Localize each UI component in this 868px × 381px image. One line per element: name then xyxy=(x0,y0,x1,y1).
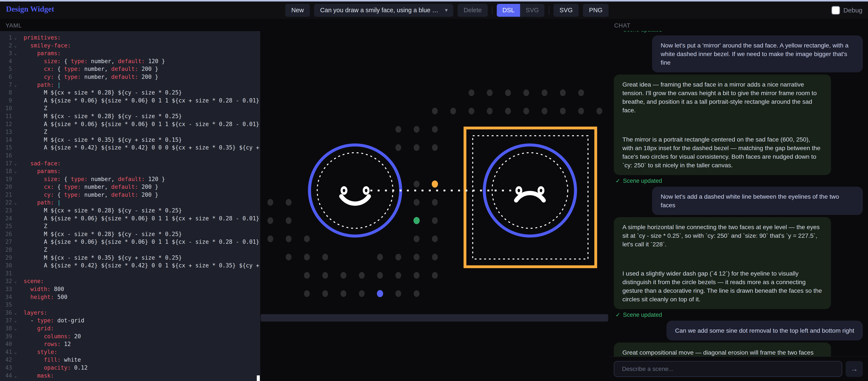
line-number: 3 xyxy=(0,49,12,57)
fold-spacer xyxy=(12,207,24,214)
check-icon: ✓ xyxy=(616,31,620,33)
fold-spacer xyxy=(12,144,24,152)
yaml-scrollbar-thumb[interactable] xyxy=(257,375,260,381)
line-number: 10 xyxy=(0,104,12,112)
chat-input[interactable] xyxy=(614,361,842,377)
mode-dsl-tab[interactable]: DSL xyxy=(497,4,520,17)
grid-dot xyxy=(524,108,529,114)
line-number: 4 xyxy=(0,57,12,65)
fold-spacer xyxy=(12,97,24,105)
code-line: 25 Z xyxy=(0,222,260,230)
fold-chevron-icon[interactable]: ⌄ xyxy=(12,309,24,317)
code-line: 7⌄ path: | xyxy=(0,81,260,89)
grid-dot xyxy=(396,144,401,151)
new-button[interactable]: New xyxy=(285,4,310,17)
code-line: 11 M ${cx - size * 0.28} ${cy - size * 0… xyxy=(0,112,260,120)
mode-svg-tab[interactable]: SVG xyxy=(520,4,544,17)
app-header: Design Widget New Can you draw a smily f… xyxy=(0,1,868,19)
export-svg-button[interactable]: SVG xyxy=(554,4,579,17)
code-line: 29 M ${cx - size * 0.35} ${cy + size * 0… xyxy=(0,254,260,262)
code-line: 1⌄primitives: xyxy=(0,34,260,42)
user-message-bubble: Now let's put a 'mirror' around the sad … xyxy=(652,35,863,72)
canvas-horizontal-scrollbar[interactable] xyxy=(261,314,608,321)
grid-dot xyxy=(304,254,310,261)
fold-spacer xyxy=(12,57,24,65)
line-number: 15 xyxy=(0,144,12,152)
fold-spacer xyxy=(12,65,24,73)
grid-dot xyxy=(432,236,438,242)
fold-spacer xyxy=(12,230,24,238)
fold-chevron-icon[interactable]: ⌄ xyxy=(12,277,24,285)
fold-chevron-icon[interactable]: ⌄ xyxy=(12,81,24,89)
sad-face-outer-circle xyxy=(484,145,576,236)
grid-dot xyxy=(396,254,401,261)
code-line: 12 A ${size * 0.06} ${size * 0.06} 0 1 1… xyxy=(0,120,260,128)
top-accent-strip xyxy=(0,0,868,1)
fold-spacer xyxy=(12,175,24,183)
export-png-button[interactable]: PNG xyxy=(583,4,609,17)
fold-chevron-icon[interactable]: ⌄ xyxy=(12,372,24,380)
fold-spacer xyxy=(12,191,24,199)
grid-dot xyxy=(560,108,566,114)
grid-dot xyxy=(414,254,420,261)
grid-dot xyxy=(542,108,548,114)
grid-dot xyxy=(414,236,420,242)
send-button[interactable]: → xyxy=(846,361,863,377)
fold-spacer xyxy=(12,136,24,144)
yaml-code-editor[interactable]: 1⌄primitives:2⌄ smiley-face:3⌄ params:4 … xyxy=(0,31,260,381)
message-paragraph: I used a slightly wider dash gap (`4 12`… xyxy=(622,269,823,304)
check-icon: ✓ xyxy=(616,311,620,318)
fold-chevron-icon[interactable]: ⌄ xyxy=(12,49,24,57)
line-number: 9 xyxy=(0,97,12,105)
sad-face-pupil xyxy=(518,189,520,192)
yaml-panel: YAML 1⌄primitives:2⌄ smiley-face:3⌄ para… xyxy=(0,19,260,381)
fold-spacer xyxy=(12,73,24,81)
fold-chevron-icon[interactable]: ⌄ xyxy=(12,167,24,175)
grid-dot xyxy=(304,272,310,279)
code-line: 19 size: { type: number, default: 120 } xyxy=(0,175,260,183)
fold-spacer xyxy=(12,104,24,112)
code-line: 24 A ${size * 0.06} ${size * 0.06} 0 1 1… xyxy=(0,214,260,222)
grid-dot xyxy=(487,90,493,96)
code-line: 16 xyxy=(0,152,260,160)
fold-spacer xyxy=(12,112,24,120)
grid-dot xyxy=(469,90,474,96)
fold-chevron-icon[interactable]: ⌄ xyxy=(12,324,24,333)
grid-dot xyxy=(578,90,584,96)
fold-spacer xyxy=(12,340,24,348)
fold-chevron-icon[interactable]: ⌄ xyxy=(12,348,24,356)
line-number: 18 xyxy=(0,167,12,175)
chat-message-list[interactable]: ✓Scene updatedNow let's put a 'mirror' a… xyxy=(609,31,868,356)
line-number: 22 xyxy=(0,199,12,207)
fold-spacer xyxy=(12,238,24,246)
status-label: Scene updated xyxy=(623,312,662,318)
smiley-face-outer-circle xyxy=(309,145,401,236)
fold-spacer xyxy=(12,246,24,254)
scene-canvas[interactable] xyxy=(260,19,609,381)
code-line: 8 M ${cx + size * 0.28} ${cy - size * 0.… xyxy=(0,89,260,97)
chat-panel: CHAT ✓Scene updatedNow let's put a 'mirr… xyxy=(609,19,868,381)
fold-chevron-icon[interactable]: ⌄ xyxy=(12,160,24,168)
editor-mode-toggle: DSL SVG xyxy=(497,4,545,17)
line-number: 17 xyxy=(0,160,12,168)
line-number: 27 xyxy=(0,238,12,246)
line-number: 6 xyxy=(0,73,12,81)
delete-button[interactable]: Delete xyxy=(458,4,488,17)
grid-dot xyxy=(268,217,273,224)
grid-dot xyxy=(322,272,328,279)
line-number: 1 xyxy=(0,34,12,42)
line-number: 16 xyxy=(0,152,12,160)
code-line: 39 columns: 20 xyxy=(0,333,260,340)
grid-dot xyxy=(432,199,438,206)
message-paragraph: Now let's add a dashed white line betwee… xyxy=(661,192,854,209)
prompt-history-dropdown[interactable]: Can you draw a smily face, using a blue … xyxy=(314,4,453,17)
fold-chevron-icon[interactable]: ⌄ xyxy=(12,34,24,42)
line-number: 24 xyxy=(0,214,12,222)
fold-chevron-icon[interactable]: ⌄ xyxy=(12,317,24,324)
grid-dot xyxy=(359,272,365,279)
fold-chevron-icon[interactable]: ⌄ xyxy=(12,42,24,49)
fold-chevron-icon[interactable]: ⌄ xyxy=(12,199,24,207)
grid-dot xyxy=(432,126,438,133)
debug-checkbox[interactable] xyxy=(831,6,840,14)
line-number: 23 xyxy=(0,207,12,214)
